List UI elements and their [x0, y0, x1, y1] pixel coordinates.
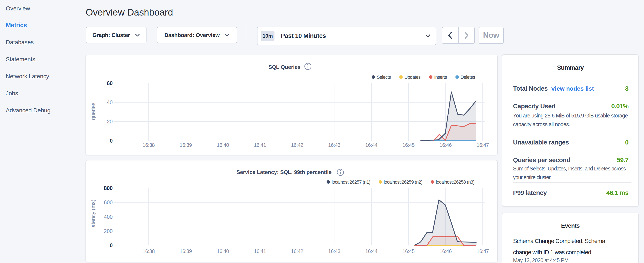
svg-text:16:39: 16:39: [180, 248, 192, 254]
svg-text:SQL Queries: SQL Queries: [268, 64, 301, 70]
svg-text:16:46: 16:46: [440, 142, 452, 148]
svg-text:16:38: 16:38: [142, 248, 154, 254]
svg-text:Deletes: Deletes: [460, 75, 475, 80]
svg-text:16:40: 16:40: [217, 248, 229, 254]
svg-text:16:46: 16:46: [440, 248, 452, 254]
svg-text:400: 400: [104, 214, 113, 220]
svg-text:localhost:26259 (n2): localhost:26259 (n2): [384, 179, 422, 185]
svg-text:16:45: 16:45: [402, 142, 414, 148]
svg-text:16:42: 16:42: [291, 248, 303, 254]
svg-text:16:45: 16:45: [402, 248, 414, 254]
svg-text:600: 600: [104, 199, 113, 205]
svg-text:Updates: Updates: [404, 75, 421, 80]
svg-text:queries: queries: [90, 103, 96, 120]
svg-text:16:43: 16:43: [328, 142, 340, 148]
svg-text:16:41: 16:41: [254, 142, 266, 148]
svg-text:16:38: 16:38: [142, 142, 154, 148]
svg-text:60: 60: [107, 80, 113, 86]
svg-text:40: 40: [107, 99, 113, 105]
svg-text:Service Latency: SQL, 99th per: Service Latency: SQL, 99th percentile: [236, 169, 332, 175]
svg-text:localhost:26257 (n1): localhost:26257 (n1): [332, 179, 370, 185]
svg-text:800: 800: [104, 185, 113, 191]
svg-text:16:47: 16:47: [477, 248, 489, 254]
svg-text:latency (ms): latency (ms): [90, 200, 96, 228]
svg-text:200: 200: [104, 228, 113, 234]
svg-text:16:42: 16:42: [291, 142, 303, 148]
svg-text:16:44: 16:44: [365, 142, 378, 148]
svg-text:Selects: Selects: [377, 75, 391, 80]
svg-text:localhost:26258 (n3): localhost:26258 (n3): [436, 179, 474, 185]
svg-text:16:40: 16:40: [217, 142, 229, 148]
svg-text:16:39: 16:39: [180, 142, 192, 148]
svg-text:0: 0: [110, 138, 113, 144]
svg-text:16:44: 16:44: [365, 248, 378, 254]
svg-text:20: 20: [107, 119, 113, 124]
svg-text:16:43: 16:43: [328, 248, 340, 254]
svg-text:16:41: 16:41: [254, 248, 266, 254]
svg-text:0: 0: [110, 242, 113, 248]
svg-text:Inserts: Inserts: [434, 75, 447, 80]
svg-text:16:47: 16:47: [477, 142, 489, 148]
